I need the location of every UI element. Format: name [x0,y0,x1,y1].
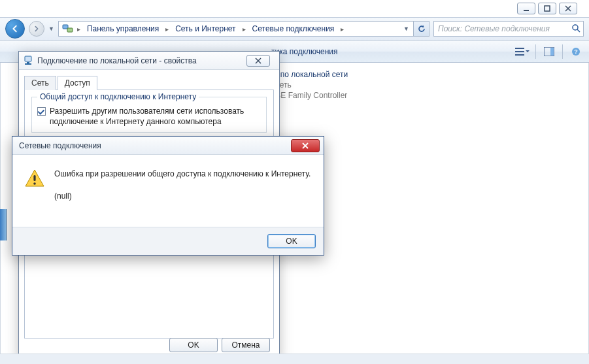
refresh-button[interactable] [413,22,429,36]
svg-rect-0 [524,10,529,11]
svg-point-4 [573,25,578,30]
tab-sharing[interactable]: Доступ [58,76,97,90]
connection-adapter: GBE Family Controller [269,90,348,101]
properties-titlebar[interactable]: Подключение по локальной сети - свойства [19,52,279,70]
error-close-button[interactable] [291,139,320,152]
help-button[interactable]: ? [567,44,585,59]
nav-forward-button[interactable] [29,21,44,37]
allow-sharing-checkbox[interactable]: Разрешить другим пользователям сети испо… [37,107,261,127]
toolbar-separator [535,44,536,59]
window-maximize-button[interactable] [538,3,556,14]
connection-name: ие по локальной сети [269,69,348,80]
chevron-right-icon: ▸ [164,25,170,33]
error-line1: Ошибка при разрешении общего доступа к п… [54,168,311,180]
preview-pane-button[interactable] [540,44,558,59]
chevron-right-icon: ▸ [339,25,345,33]
scrollbar-fragment [0,209,7,240]
allow-sharing-label: Разрешить другим пользователям сети испо… [50,107,261,127]
properties-title: Подключение по локальной сети - свойства [37,56,243,65]
window-close-button[interactable] [559,3,577,14]
search-input[interactable] [437,24,571,34]
connection-list-item[interactable]: ие по локальной сети я сеть GBE Family C… [269,69,348,101]
properties-tabs: Сеть Доступ [24,75,274,90]
svg-rect-5 [515,48,524,49]
view-mode-button[interactable] [513,44,531,59]
svg-rect-6 [515,51,524,52]
error-titlebar[interactable]: Сетевые подключения [12,137,324,155]
network-icon [23,56,33,66]
properties-ok-button[interactable]: OK [169,338,218,352]
nav-back-button[interactable] [5,19,25,39]
svg-rect-12 [25,56,31,61]
chevron-right-icon: ▸ [241,25,247,33]
window-minimize-button[interactable] [517,3,535,14]
error-message: Ошибка при разрешении общего доступа к п… [54,168,311,202]
warning-icon [24,168,45,189]
error-dialog: Сетевые подключения Ошибка при разрешени… [12,136,324,256]
chevron-right-icon: ▸ [76,25,82,33]
svg-rect-14 [25,63,31,65]
error-line2: (null) [54,190,311,202]
ics-group: Общий доступ к подключению к Интернету Р… [31,97,267,133]
svg-rect-15 [33,175,35,181]
search-box[interactable] [433,21,584,37]
ics-group-title: Общий доступ к подключению к Интернету [37,92,199,101]
svg-rect-13 [27,62,29,63]
svg-text:?: ? [574,48,578,55]
svg-rect-3 [67,28,73,32]
search-icon [571,24,581,35]
svg-point-16 [33,182,36,185]
error-title: Сетевые подключения [19,141,287,150]
address-bar: ▼ ▸ Панель управления ▸ Сеть и Интернет … [0,17,589,41]
svg-rect-1 [545,6,550,11]
checkbox-icon [37,107,46,116]
properties-cancel-button[interactable]: Отмена [222,338,270,352]
breadcrumb-item[interactable]: Сетевые подключения [248,22,339,36]
breadcrumb[interactable]: ▸ Панель управления ▸ Сеть и Интернет ▸ … [58,21,429,37]
connection-type: я сеть [269,80,348,90]
svg-rect-7 [515,54,524,56]
status-bar [0,354,589,364]
breadcrumb-item[interactable]: Сеть и Интернет [171,22,239,36]
network-connections-icon [61,22,75,35]
tab-network[interactable]: Сеть [24,76,56,90]
error-ok-button[interactable]: OK [267,234,316,248]
svg-rect-9 [550,48,554,56]
toolbar-separator [562,44,563,59]
breadcrumb-item[interactable]: Панель управления [83,22,163,36]
diagnostics-label: тика подключения [271,47,338,56]
properties-close-button[interactable] [246,55,270,67]
